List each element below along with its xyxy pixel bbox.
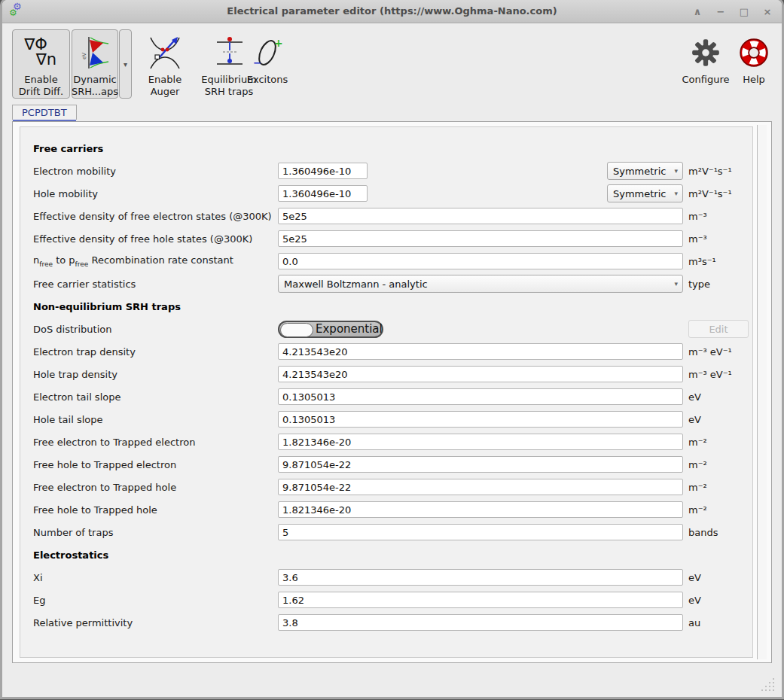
switch-knob bbox=[280, 323, 313, 337]
hole-mobility-symmetry-select[interactable]: Symmetric▾ bbox=[607, 184, 683, 202]
unit-cell: bands bbox=[683, 527, 752, 538]
unit-cell: eV bbox=[683, 572, 752, 583]
resize-grip-icon[interactable] bbox=[761, 677, 774, 691]
field-control: Symmetric▾ bbox=[278, 160, 683, 182]
unit-cell: m⁻² bbox=[683, 437, 752, 448]
field-label: nfree to pfree Recombination rate consta… bbox=[20, 254, 278, 268]
edit-button[interactable]: Edit bbox=[688, 320, 749, 338]
unit-label: m⁻³ bbox=[688, 233, 707, 245]
unit-cell: m⁻³ bbox=[683, 211, 752, 222]
free-electron-to-trapped-electron-input[interactable] bbox=[278, 434, 683, 450]
dynamic-srh-button[interactable]: eV DynamicSRH...aps bbox=[72, 29, 118, 99]
selected-option: Symmetric bbox=[613, 188, 670, 199]
section-header-row: Electrostatics bbox=[20, 543, 752, 566]
unit-cell: eV bbox=[683, 391, 752, 403]
xi-input[interactable] bbox=[278, 569, 683, 586]
unit-label: m³s⁻¹ bbox=[688, 256, 716, 267]
status-bar bbox=[2, 664, 782, 697]
electron-trap-density-input[interactable] bbox=[278, 343, 683, 360]
form-row-electron-tail-slope: Electron tail slopeeV bbox=[20, 385, 752, 408]
form-row-free-electron-to-trapped-hole: Free electron to Trapped holem⁻² bbox=[20, 476, 752, 498]
unit-label: m⁻² bbox=[688, 437, 707, 448]
chevron-down-icon: ▾ bbox=[674, 190, 678, 197]
free-hole-to-trapped-electron-input[interactable] bbox=[278, 456, 683, 473]
effective-density-of-free-hole-states-300k-input[interactable] bbox=[278, 230, 683, 247]
help-button[interactable]: Help bbox=[734, 29, 773, 99]
free-electron-to-trapped-hole-input[interactable] bbox=[278, 479, 683, 495]
maximize-button[interactable]: □ bbox=[739, 6, 749, 17]
form-row-dos-distribution: DoS distributionExponentialEdit bbox=[20, 318, 752, 340]
field-control bbox=[278, 611, 683, 634]
shade-button[interactable]: ∧ bbox=[692, 6, 703, 17]
excitons-button[interactable]: + − Excitons bbox=[245, 29, 290, 99]
field-control bbox=[278, 589, 683, 611]
dynamic-srh-dropdown-button[interactable]: ▾ bbox=[119, 29, 132, 99]
effective-density-of-free-electron-states-300k-input[interactable] bbox=[278, 208, 683, 224]
field-label: Eg bbox=[20, 595, 278, 606]
close-button[interactable]: × bbox=[762, 6, 773, 17]
enable-auger-button[interactable]: EnableAuger bbox=[139, 29, 191, 99]
tab-pcpdtbt[interactable]: PCPDTBT bbox=[12, 105, 77, 120]
unit-cell: m⁻³ bbox=[683, 233, 752, 245]
unit-cell: m²V⁻¹s⁻¹ bbox=[683, 188, 752, 199]
section-header: Non-equilibrium SRH traps bbox=[20, 301, 181, 312]
chevron-down-icon: ▾ bbox=[674, 167, 678, 175]
field-control: Maxwell Boltzmann - analytic▾ bbox=[278, 272, 683, 295]
vertical-scrollbar[interactable] bbox=[757, 125, 767, 659]
field-control bbox=[278, 476, 683, 498]
title-bar[interactable]: ⚙ ⚙ Electrical parameter editor (https:/… bbox=[2, 0, 782, 23]
form-row-hole-mobility: Hole mobilitySymmetric▾m²V⁻¹s⁻¹ bbox=[20, 182, 752, 205]
unit-label: eV bbox=[688, 572, 701, 583]
electron-tail-slope-input[interactable] bbox=[278, 388, 683, 405]
form-row-free-electron-to-trapped-electron: Free electron to Trapped electronm⁻² bbox=[20, 431, 752, 453]
selected-option: Symmetric bbox=[613, 166, 670, 177]
unit-cell: m⁻² bbox=[683, 482, 752, 493]
hole-tail-slope-input[interactable] bbox=[278, 411, 683, 428]
configure-button[interactable]: Configure bbox=[678, 29, 734, 99]
svg-text:−: − bbox=[253, 56, 262, 68]
form-row-free-hole-to-trapped-hole: Free hole to Trapped holem⁻² bbox=[20, 498, 752, 521]
field-control bbox=[278, 205, 683, 227]
form-row-electron-trap-density: Electron trap densitym⁻³ eV⁻¹ bbox=[20, 340, 752, 363]
field-label: Hole trap density bbox=[20, 369, 278, 380]
hole-trap-density-input[interactable] bbox=[278, 366, 683, 382]
tab-strip: PCPDTBT bbox=[2, 105, 782, 121]
minimize-button[interactable]: − bbox=[715, 6, 726, 17]
field-label: Free carrier statistics bbox=[20, 278, 278, 290]
relative-permittivity-input[interactable] bbox=[278, 614, 683, 631]
field-label: Electron tail slope bbox=[20, 391, 278, 403]
unit-label: m⁻³ bbox=[688, 211, 707, 222]
srh-traps-icon bbox=[212, 33, 246, 72]
unit-cell: m²V⁻¹s⁻¹ bbox=[683, 166, 752, 177]
unit-label: type bbox=[688, 278, 710, 290]
field-label: Number of traps bbox=[20, 527, 278, 538]
field-label: Free hole to Trapped hole bbox=[20, 504, 278, 516]
field-label: Relative permittivity bbox=[20, 617, 278, 628]
unit-cell: eV bbox=[683, 595, 752, 606]
field-control bbox=[278, 453, 683, 476]
form-row-number-of-traps: Number of trapsbands bbox=[20, 521, 752, 543]
enable-drift-diff-button[interactable]: ∇Φ ∇n EnableDrift Diff. bbox=[12, 29, 70, 99]
eg-input[interactable] bbox=[278, 592, 683, 608]
field-control bbox=[278, 521, 683, 543]
form-row-effective-density-of-free-hole-states-300k: Effective density of free hole states (@… bbox=[20, 227, 752, 250]
free-hole-to-trapped-hole-input[interactable] bbox=[278, 501, 683, 518]
unit-label: m⁻² bbox=[688, 459, 707, 470]
nfree-to-pfree-recombination-rate-constant-input[interactable] bbox=[278, 253, 683, 269]
electron-mobility-input[interactable] bbox=[278, 163, 368, 179]
electron-mobility-symmetry-select[interactable]: Symmetric▾ bbox=[607, 162, 683, 180]
field-control bbox=[278, 385, 683, 408]
unit-cell: au bbox=[683, 617, 752, 628]
form-row-nfree-to-pfree-recombination-rate-constant: nfree to pfree Recombination rate consta… bbox=[20, 250, 752, 272]
free-carrier-statistics-select[interactable]: Maxwell Boltzmann - analytic▾ bbox=[278, 275, 683, 293]
field-control bbox=[278, 363, 683, 385]
field-control bbox=[278, 498, 683, 521]
field-control bbox=[278, 340, 683, 363]
field-control bbox=[278, 250, 683, 272]
selected-option: Maxwell Boltzmann - analytic bbox=[284, 278, 670, 290]
svg-text:eV: eV bbox=[81, 52, 87, 59]
number-of-traps-input[interactable] bbox=[278, 524, 683, 540]
electrical-parameter-editor-window: ⚙ ⚙ Electrical parameter editor (https:/… bbox=[2, 0, 782, 697]
hole-mobility-input[interactable] bbox=[278, 185, 368, 202]
dos-distribution-toggle[interactable]: Exponential bbox=[278, 321, 383, 338]
